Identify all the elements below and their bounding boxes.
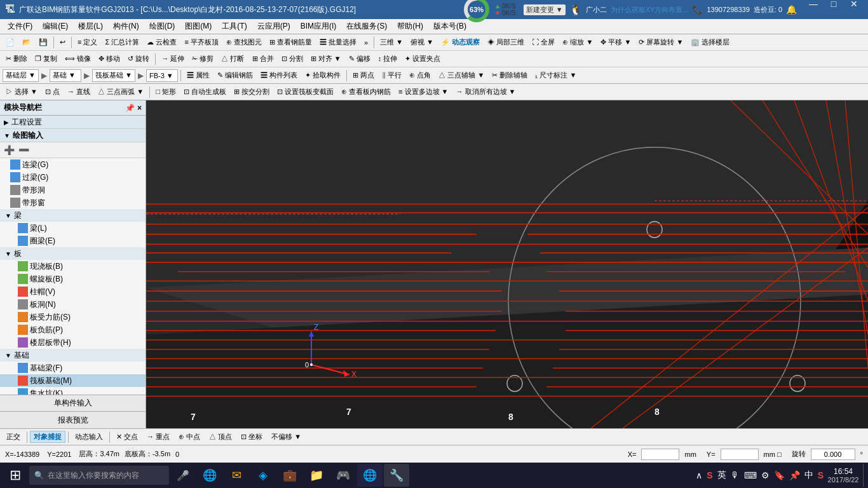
toolbar-open[interactable]: 📂: [19, 37, 34, 48]
parallel-btn[interactable]: ∥ 平行: [379, 69, 405, 81]
toolbar-zoom[interactable]: ⊕ 缩放 ▼: [559, 36, 596, 48]
taskbar-search[interactable]: 🔍 在这里输入你要搜索的内容: [29, 466, 169, 485]
toolbar-merge[interactable]: ⊞ 合并: [249, 53, 277, 65]
tree-luo-xuan-ban[interactable]: 螺旋板(B): [0, 273, 146, 285]
rect-btn[interactable]: □ 矩形: [153, 86, 179, 98]
toolbar-calc[interactable]: Σ 汇总计算: [102, 36, 142, 48]
mic-icon[interactable]: 🎤: [170, 464, 196, 487]
y-input[interactable]: [721, 449, 759, 460]
snap-dynamic-input[interactable]: 动态输入: [71, 431, 107, 443]
new-change-btn[interactable]: 新建变更 ▼: [524, 4, 566, 15]
tree-guo-liang[interactable]: 过梁(G): [0, 171, 146, 184]
start-button[interactable]: ⊞: [3, 464, 28, 487]
canvas-area[interactable]: 7 8 Z X 0 7 8: [146, 100, 868, 428]
point-angle-btn[interactable]: ⊕ 点角: [406, 69, 434, 81]
tray-expand[interactable]: ∧: [695, 469, 703, 482]
sidebar-close-icon[interactable]: ×: [137, 104, 142, 112]
set-slope-btn[interactable]: ≡ 设置多边坡 ▼: [395, 86, 451, 98]
single-component-input-btn[interactable]: 单构件输入: [0, 395, 146, 412]
toolbar-mirror[interactable]: ⟺ 镜像: [62, 53, 94, 65]
tree-lou-ceng-ban-dai[interactable]: 楼层板带(H): [0, 336, 146, 349]
tree-ban-fu-jin[interactable]: 板负筋(P): [0, 323, 146, 336]
tree-group-liang[interactable]: ▼ 梁: [0, 209, 146, 222]
toolbar-trim[interactable]: ✁ 修剪: [189, 53, 217, 65]
split-by-intersect-btn[interactable]: ⊞ 按交分割: [231, 86, 273, 98]
toolbar-delete[interactable]: ✂ 删除: [3, 53, 31, 65]
toolbar-move[interactable]: ✥ 移动: [95, 53, 123, 65]
menu-component[interactable]: 构件(N): [108, 20, 144, 33]
section-project-settings[interactable]: ▶ 工程设置: [0, 116, 146, 128]
taskbar-app-6[interactable]: 🎮: [330, 464, 356, 487]
breadcrumb-level1[interactable]: 基础层 ▼: [3, 69, 39, 82]
toolbar-pan[interactable]: ✥ 平移 ▼: [597, 36, 634, 48]
edit-rebar-btn[interactable]: ✎ 编辑钢筋: [214, 69, 256, 81]
toolbar-find-elem[interactable]: ⊕ 查找图元: [223, 36, 265, 48]
sidebar-minus-icon[interactable]: ➖: [17, 144, 31, 156]
snap-no-offset[interactable]: 不偏移 ▼: [268, 431, 305, 443]
why-label[interactable]: 为什么茯板XY方向布置...: [611, 5, 689, 15]
maximize-button[interactable]: □: [825, 0, 843, 11]
tray-bookmark-icon[interactable]: 🔖: [773, 469, 786, 482]
two-point-btn[interactable]: ⊞ 两点: [349, 69, 377, 81]
taskbar-app-7[interactable]: 🌐: [357, 464, 383, 487]
toolbar-dynamic-obs[interactable]: ⚡ 动态观察: [438, 36, 483, 48]
toolbar-screen-rotate[interactable]: ⟳ 屏幕旋转 ▼: [635, 36, 686, 48]
snap-object-capture[interactable]: 对象捕捉: [30, 431, 65, 443]
tree-group-jichu[interactable]: ▼ 基础: [0, 349, 146, 362]
toolbar-top-view[interactable]: 俯视 ▼: [407, 36, 437, 48]
menu-cloud[interactable]: 云应用(P): [252, 20, 295, 33]
arc-btn[interactable]: △ 三点画弧 ▼: [95, 86, 147, 98]
component-list-btn[interactable]: ☰ 构件列表: [257, 69, 301, 81]
snap-coordinate[interactable]: ⊡ 坐标: [237, 431, 266, 443]
tray-pin-icon[interactable]: 📌: [788, 469, 801, 482]
toolbar-define[interactable]: ≡ 定义: [74, 36, 100, 48]
three-point-axis-btn[interactable]: △ 三点辅轴 ▼: [435, 69, 487, 81]
tree-zhu-mao[interactable]: 柱帽(V): [0, 285, 146, 298]
tree-ji-shui-keng[interactable]: 集水坑(K): [0, 387, 146, 395]
tray-input-cn[interactable]: 中: [803, 468, 815, 482]
tray-settings-icon[interactable]: ⚙: [760, 469, 771, 482]
tree-group-ban[interactable]: ▼ 板: [0, 247, 146, 260]
delete-axis-btn[interactable]: ✂ 删除辅轴: [489, 69, 531, 81]
menu-bim[interactable]: BIM应用(I): [295, 20, 342, 33]
line-btn[interactable]: → 直线: [64, 86, 93, 98]
menu-image[interactable]: 图图(M): [180, 20, 217, 33]
toolbar-fullscreen[interactable]: ⛶ 全屏: [529, 36, 558, 48]
tree-band-hole[interactable]: 带形洞: [0, 184, 146, 196]
toolbar-view-rebar[interactable]: ⊞ 查看钢筋量: [266, 36, 315, 48]
toolbar-undo[interactable]: ↩: [57, 37, 69, 48]
tree-liang-l[interactable]: 梁(L): [0, 222, 146, 234]
x-input[interactable]: [641, 449, 679, 460]
toolbar-extend[interactable]: → 延伸: [158, 53, 187, 65]
taskbar-app-1[interactable]: 🌐: [197, 464, 222, 487]
view-slab-rebar-btn[interactable]: ⊕ 查看板内钢筋: [338, 86, 394, 98]
toolbar-split[interactable]: ⊡ 分割: [278, 53, 306, 65]
taskbar-app-5[interactable]: 📁: [304, 464, 329, 487]
select-btn[interactable]: ▷ 选择 ▼: [3, 86, 41, 98]
tray-mic-icon[interactable]: 🎙: [729, 469, 741, 482]
sidebar-add-icon[interactable]: ➕: [3, 144, 16, 156]
tray-show-desktop[interactable]: [863, 464, 865, 487]
toolbar-more[interactable]: »: [361, 37, 371, 48]
tree-quan-liang[interactable]: 圈梁(E): [0, 234, 146, 247]
tree-raft-foundation[interactable]: 筏板基础(M): [0, 374, 146, 387]
menu-online[interactable]: 在线服务(S): [341, 20, 392, 33]
tree-band-window[interactable]: 带形窗: [0, 196, 146, 209]
rotate-input[interactable]: [811, 449, 855, 460]
tree-lian-liang[interactable]: 连梁(G): [0, 158, 146, 171]
toolbar-align[interactable]: ⊞ 对齐 ▼: [308, 53, 344, 65]
menu-file[interactable]: 文件(F): [3, 20, 37, 33]
tree-ban-dong[interactable]: 板洞(N): [0, 298, 146, 311]
tree-xian-jiao-ban[interactable]: 现浇板(B): [0, 260, 146, 273]
breadcrumb-level4[interactable]: FB-3 ▼: [146, 69, 178, 82]
tree-jichu-liang[interactable]: 基础梁(F): [0, 362, 146, 374]
toolbar-align-top[interactable]: ≡ 平齐板顶: [181, 36, 221, 48]
menu-tools[interactable]: 工具(T): [217, 20, 252, 33]
dim-label-btn[interactable]: ₁ 尺寸标注 ▼: [532, 69, 580, 81]
breadcrumb-level2[interactable]: 基础 ▼: [50, 69, 81, 82]
toolbar-break[interactable]: △ 打断: [218, 53, 247, 65]
toolbar-save[interactable]: 💾: [36, 37, 51, 48]
toolbar-local-3d[interactable]: ◈ 局部三维: [484, 36, 527, 48]
breadcrumb-level3[interactable]: 筏板基础 ▼: [92, 69, 135, 82]
menu-draw[interactable]: 绘图(D): [144, 20, 180, 33]
